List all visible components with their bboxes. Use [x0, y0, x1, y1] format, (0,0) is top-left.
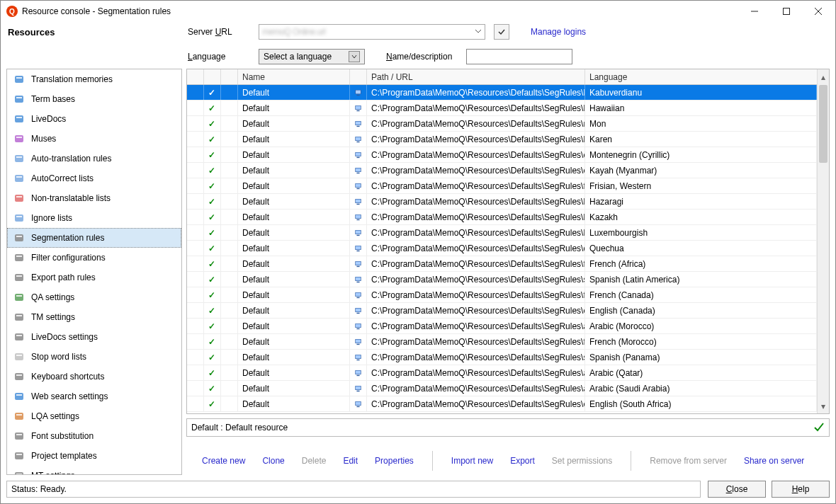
table-row[interactable]: ✓DefaultC:\ProgramData\MemoQ\Resources\D… [187, 350, 817, 365]
svg-rect-72 [356, 219, 359, 219]
header-blank2[interactable] [221, 69, 238, 84]
svg-rect-48 [356, 94, 359, 95]
table-row[interactable]: ✓DefaultC:\ProgramData\MemoQ\Resources\D… [187, 116, 817, 132]
sidebar-item-non-translatable-lists[interactable]: Non-translatable lists [7, 188, 181, 208]
scroll-thumb[interactable] [819, 85, 827, 163]
table-row[interactable]: ✓DefaultC:\ProgramData\MemoQ\Resources\D… [187, 210, 817, 225]
table-row[interactable]: ✓DefaultC:\ProgramData\MemoQ\Resources\D… [187, 272, 817, 287]
svg-rect-25 [16, 275, 22, 277]
detail-text: Default : Default resource [191, 423, 288, 433]
sidebar-item-keyboard-shortcuts[interactable]: Keyboard shortcuts [7, 367, 181, 386]
table-row[interactable]: ✓DefaultC:\ProgramData\MemoQ\Resources\D… [187, 85, 817, 101]
computer-icon [350, 287, 367, 302]
table-row[interactable]: ✓DefaultC:\ProgramData\MemoQ\Resources\D… [187, 303, 817, 319]
resource-grid[interactable]: Name Path / URL Language ✓DefaultC:\Prog… [186, 69, 830, 414]
table-row[interactable]: ✓DefaultC:\ProgramData\MemoQ\Resources\D… [187, 132, 817, 147]
server-apply-button[interactable] [494, 24, 509, 40]
edit-link[interactable]: Edit [334, 456, 366, 466]
nav-icon [13, 311, 26, 323]
close-dialog-button[interactable]: Close [708, 481, 766, 498]
row-name: Default [238, 116, 350, 131]
row-path: C:\ProgramData\MemoQ\Resources\Defaults\… [367, 381, 585, 396]
checkmark-icon: ✓ [208, 353, 215, 362]
header-language[interactable]: Language [585, 69, 829, 84]
language-combo[interactable]: Select a language [259, 49, 365, 64]
scroll-down-icon[interactable]: ▾ [818, 400, 829, 412]
nav-icon [13, 370, 26, 383]
svg-rect-39 [16, 414, 22, 416]
sidebar-item-web-search-settings[interactable]: Web search settings [7, 386, 181, 406]
table-row[interactable]: ✓DefaultC:\ProgramData\MemoQ\Resources\D… [187, 396, 817, 412]
sidebar-item-export-path-rules[interactable]: Export path rules [7, 268, 181, 287]
sidebar-item-project-templates[interactable]: Project templates [7, 446, 181, 466]
table-row[interactable]: ✓DefaultC:\ProgramData\MemoQ\Resources\D… [187, 256, 817, 272]
manage-logins-link[interactable]: Manage logins [531, 27, 586, 37]
minimize-button[interactable] [738, 1, 770, 21]
header-name[interactable]: Name [238, 69, 350, 84]
svg-rect-80 [356, 261, 361, 265]
sidebar-item-auto-translation-rules[interactable]: Auto-translation rules [7, 149, 181, 168]
header-path[interactable]: Path / URL [367, 69, 585, 84]
table-row[interactable]: ✓DefaultC:\ProgramData\MemoQ\Resources\D… [187, 147, 817, 163]
close-button[interactable] [802, 1, 834, 21]
table-row[interactable]: ✓DefaultC:\ProgramData\MemoQ\Resources\D… [187, 178, 817, 194]
row-name: Default [238, 101, 350, 115]
sidebar-item-livedocs[interactable]: LiveDocs [7, 109, 181, 129]
nav-icon [13, 350, 26, 363]
sidebar-item-translation-memories[interactable]: Translation memories [7, 69, 181, 89]
table-row[interactable]: ✓DefaultC:\ProgramData\MemoQ\Resources\D… [187, 101, 817, 116]
sidebar-item-stop-word-lists[interactable]: Stop word lists [7, 347, 181, 367]
help-button[interactable]: Help [772, 481, 830, 498]
sidebar-item-segmentation-rules[interactable]: Segmentation rules [7, 228, 181, 248]
clone-link[interactable]: Clone [254, 456, 293, 466]
row-path: C:\ProgramData\MemoQ\Resources\Defaults\… [367, 365, 585, 380]
table-row[interactable]: ✓DefaultC:\ProgramData\MemoQ\Resources\D… [187, 365, 817, 381]
row-name: Default [238, 396, 350, 411]
share-on-server-link[interactable]: Share on server [735, 456, 813, 466]
sidebar-item-muses[interactable]: Muses [7, 129, 181, 149]
sidebar-item-filter-configurations[interactable]: Filter configurations [7, 248, 181, 268]
sidebar-item-tm-settings[interactable]: TM settings [7, 307, 181, 327]
svg-rect-36 [15, 393, 23, 400]
sidebar-item-mt-settings[interactable]: MT settings [7, 466, 181, 475]
nav-icon [13, 192, 26, 205]
sidebar-item-lqa-settings[interactable]: LQA settings [7, 406, 181, 426]
table-row[interactable]: ✓DefaultC:\ProgramData\MemoQ\Resources\D… [187, 334, 817, 350]
import-new-link[interactable]: Import new [443, 456, 502, 466]
sidebar-item-term-bases[interactable]: Term bases [7, 89, 181, 109]
table-row[interactable]: ✓DefaultC:\ProgramData\MemoQ\Resources\D… [187, 381, 817, 396]
table-row[interactable]: ✓DefaultC:\ProgramData\MemoQ\Resources\D… [187, 163, 817, 178]
table-row[interactable]: ✓DefaultC:\ProgramData\MemoQ\Resources\D… [187, 194, 817, 210]
create-new-link[interactable]: Create new [193, 456, 254, 466]
properties-link[interactable]: Properties [366, 456, 422, 466]
sidebar-item-label: Filter configurations [31, 253, 106, 263]
scroll-up-icon[interactable]: ▴ [818, 71, 829, 83]
svg-rect-20 [15, 234, 23, 241]
vertical-scrollbar[interactable]: ▴ ▾ [817, 69, 829, 413]
row-path: C:\ProgramData\MemoQ\Resources\Defaults\… [367, 256, 585, 271]
svg-rect-71 [356, 214, 361, 218]
export-link[interactable]: Export [502, 456, 543, 466]
sidebar-item-font-substitution[interactable]: Font substitution [7, 426, 181, 446]
header-check[interactable] [204, 69, 221, 84]
sidebar-item-livedocs-settings[interactable]: LiveDocs settings [7, 327, 181, 347]
resource-nav[interactable]: Translation memoriesTerm basesLiveDocsMu… [6, 69, 182, 475]
maximize-button[interactable] [770, 1, 802, 21]
sidebar-item-ignore-lists[interactable]: Ignore lists [7, 208, 181, 228]
name-desc-input[interactable] [466, 49, 572, 64]
header-icon[interactable] [350, 69, 367, 84]
header-blank[interactable] [187, 69, 204, 84]
table-row[interactable]: ✓DefaultC:\ProgramData\MemoQ\Resources\D… [187, 241, 817, 256]
sidebar-item-label: Translation memories [31, 74, 113, 84]
table-row[interactable]: ✓DefaultC:\ProgramData\MemoQ\Resources\D… [187, 287, 817, 303]
table-row[interactable]: ✓DefaultC:\ProgramData\MemoQ\Resources\D… [187, 319, 817, 334]
sidebar-item-qa-settings[interactable]: QA settings [7, 287, 181, 307]
svg-rect-60 [356, 156, 359, 157]
table-row[interactable]: ✓DefaultC:\ProgramData\MemoQ\Resources\D… [187, 225, 817, 241]
svg-rect-26 [15, 294, 23, 301]
sidebar-item-autocorrect-lists[interactable]: AutoCorrect lists [7, 168, 181, 188]
checkmark-icon: ✓ [208, 181, 215, 191]
row-language: Kabuverdianu [585, 85, 817, 100]
row-language: Hazaragi [585, 194, 817, 209]
server-url-combo[interactable]: memoQ Online.url [259, 24, 485, 40]
